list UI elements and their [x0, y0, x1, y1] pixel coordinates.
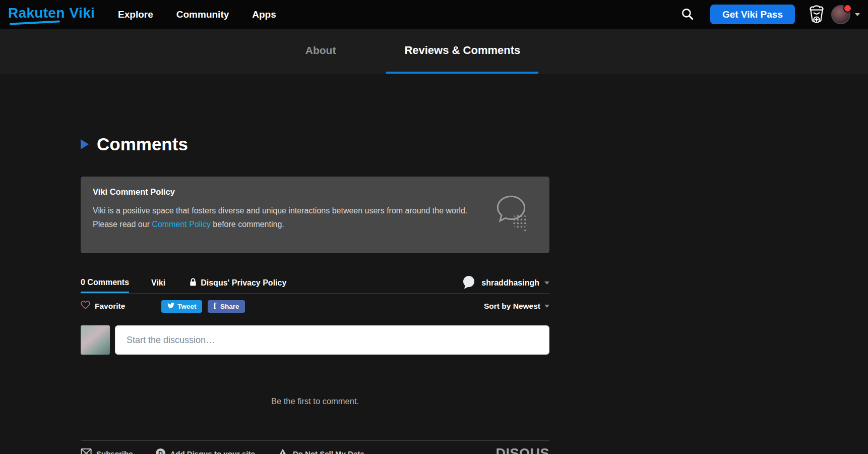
top-navbar: Rakuten Viki Explore Community Apps Get …: [0, 0, 868, 29]
rakuten-viki-logo[interactable]: Rakuten Viki: [8, 5, 95, 24]
policy-title: Viki Comment Policy: [93, 187, 537, 197]
envelope-icon: [81, 448, 92, 454]
popcorn-bucket-icon: [809, 5, 825, 24]
disqus-privacy-policy-link[interactable]: Disqus' Privacy Policy: [190, 273, 286, 293]
get-viki-pass-button[interactable]: Get Viki Pass: [710, 5, 795, 24]
logo-rakuten-text: Rakuten: [8, 5, 65, 21]
header-right-cluster: Get Viki Pass: [680, 5, 860, 24]
do-not-sell-label: Do Not Sell My Data: [293, 449, 364, 454]
disqus-default-avatar-icon: [461, 274, 476, 292]
disqus-user-menu[interactable]: shraddhasingh: [461, 273, 549, 293]
sort-caret-icon: [544, 305, 549, 308]
compose-user-avatar: [81, 325, 110, 355]
viki-reviews-page: Rakuten Viki Explore Community Apps Get …: [0, 0, 868, 454]
disqus-username: shraddhasingh: [481, 278, 539, 288]
disqus-wordmark: DISQUS: [495, 446, 549, 454]
comments-section-header: Comments: [81, 134, 188, 154]
nav-item-community[interactable]: Community: [176, 9, 229, 20]
notification-dot: [843, 4, 852, 13]
lock-icon: [190, 278, 197, 289]
disqus-footer: Subscribe D Add Disqus to your site Do N…: [81, 440, 549, 454]
disqus-d-icon: D: [155, 448, 166, 454]
add-disqus-label: Add Disqus to your site: [170, 449, 255, 454]
twitter-bird-icon: [167, 302, 174, 310]
svg-text:D: D: [158, 450, 163, 454]
comments-section-title: Comments: [97, 134, 188, 154]
policy-read-line: Please read our Comment Policy before co…: [93, 218, 481, 231]
subscribe-link[interactable]: Subscribe: [81, 448, 133, 454]
comment-input[interactable]: [115, 325, 549, 355]
add-disqus-link[interactable]: D Add Disqus to your site: [155, 448, 255, 454]
user-avatar-button[interactable]: [831, 5, 850, 24]
main-nav: Explore Community Apps: [118, 9, 276, 20]
disqus-actions-row: Favorite Tweet f Share Sort by Newest: [81, 299, 549, 314]
sort-label: Sort by Newest: [484, 302, 540, 311]
section-triangle-icon: [81, 139, 89, 149]
do-not-sell-link[interactable]: Do Not Sell My Data: [277, 448, 364, 454]
tweet-label: Tweet: [177, 303, 196, 310]
account-menu-caret-icon[interactable]: [855, 13, 860, 16]
logo-viki-text: Viki: [70, 5, 95, 21]
nav-item-apps[interactable]: Apps: [252, 9, 276, 20]
heart-icon: [81, 301, 90, 312]
favorite-button[interactable]: Favorite: [81, 301, 125, 312]
disqus-comment-count-tab[interactable]: 0 Comments: [81, 273, 129, 293]
search-button[interactable]: [680, 7, 694, 22]
facebook-share-button[interactable]: f Share: [208, 300, 245, 313]
policy-body-text: Viki is a positive space that fosters di…: [93, 204, 481, 217]
disqus-channel-tab[interactable]: Viki: [151, 273, 165, 293]
watch-party-button[interactable]: [809, 5, 825, 24]
empty-state-message: Be the first to comment.: [81, 396, 549, 406]
warning-triangle-icon: [277, 448, 288, 454]
sort-dropdown[interactable]: Sort by Newest: [484, 302, 549, 311]
facebook-f-icon: f: [214, 302, 216, 311]
comment-policy-link[interactable]: Comment Policy: [152, 220, 210, 229]
subscribe-label: Subscribe: [96, 449, 133, 454]
compose-row: [81, 325, 549, 355]
tweet-button[interactable]: Tweet: [161, 300, 202, 313]
search-icon: [680, 7, 694, 22]
favorite-label: Favorite: [95, 302, 125, 311]
disqus-header-row: 0 Comments Viki Disqus' Privacy Policy s…: [81, 273, 549, 294]
share-label: Share: [220, 303, 239, 310]
comment-policy-box: Viki Comment Policy Viki is a positive s…: [81, 177, 549, 253]
nav-item-explore[interactable]: Explore: [118, 9, 153, 20]
policy-read-prefix: Please read our: [93, 220, 152, 229]
disqus-privacy-policy-label: Disqus' Privacy Policy: [201, 278, 286, 288]
content-column: Comments Viki Comment Policy Viki is a p…: [81, 0, 549, 454]
policy-read-suffix: before commenting.: [211, 220, 284, 229]
user-menu-caret-icon: [544, 281, 549, 285]
speech-bubbles-icon: [491, 193, 531, 235]
